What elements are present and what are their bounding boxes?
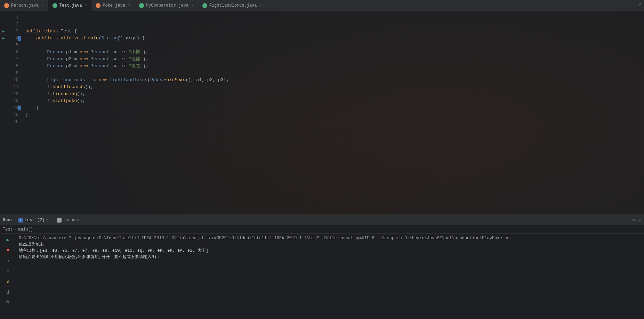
paren-13: (); (77, 98, 85, 104)
paren-close-10: (), p1, p2, p3); (185, 77, 229, 84)
type-person-new-6: Person (90, 49, 107, 56)
tab-close-fightlandlords[interactable]: × (260, 3, 262, 8)
run-arrow-3[interactable]: ▶ (2, 29, 5, 33)
tab-label-test: Test.java (59, 3, 82, 8)
gutter-9 (0, 70, 7, 77)
param-name-8: name: (112, 63, 129, 70)
type-fight-10: Fightlandlords (47, 77, 88, 84)
run-rerun-button[interactable]: ↺ (4, 257, 12, 264)
kw-void-4: void (74, 35, 88, 42)
settings-icon[interactable]: ⚙ (633, 217, 635, 223)
run-panel: Run: T Test (2) × Throw × ⚙ — Test › mai… (0, 215, 644, 319)
line-num-12: 12 (7, 91, 21, 98)
tab-fightlandlords-java[interactable]: Fightlandlords.java × (198, 0, 266, 11)
run-stop-button[interactable]: ■ (4, 246, 12, 254)
output-line-4: 请输入要出的牌(不用输入花色,出多张牌用,分开、要不起或不要请输入N)： (19, 254, 641, 260)
type-string: String (101, 35, 118, 42)
fn-main: main (88, 35, 98, 42)
code-line-16 (25, 118, 644, 125)
tab-icon-poke (96, 3, 100, 8)
tab-mycomparator-java[interactable]: MyComparator.java × (135, 0, 198, 11)
code-line-5 (25, 42, 644, 49)
indent-12 (25, 91, 47, 98)
str-xiaob: "小博" (129, 49, 143, 56)
run-print-button[interactable]: 🖨 (4, 288, 12, 296)
run-tab-throw-close[interactable]: × (77, 218, 79, 222)
tab-close-poke[interactable]: × (128, 3, 130, 8)
var-p1: p1 = (66, 49, 80, 56)
gutter-12 (0, 91, 7, 98)
code-line-15: } (25, 111, 644, 118)
type-person-7: Person (47, 56, 66, 63)
run-arrow-4[interactable]: ▶ (2, 36, 5, 40)
kw-public-4: public (36, 35, 55, 42)
var-f-11: f. (47, 84, 53, 91)
run-panel-header: Run: T Test (2) × Throw × ⚙ — (0, 215, 644, 225)
run-tab-test-icon: T (18, 218, 23, 223)
gutter-16 (0, 118, 7, 125)
type-fight-new-10: Fightlandlords (110, 77, 147, 84)
run-tab-test-close[interactable]: × (46, 218, 48, 222)
code-line-9 (25, 70, 644, 77)
gutter-15 (0, 111, 7, 118)
tab-bar: Person.java × Test.java × Poke.java × My… (0, 0, 644, 11)
run-trash-button[interactable]: 🗑 (4, 298, 12, 306)
code-line-3: public class Test { (25, 28, 644, 35)
str-junjie: "俊杰" (129, 63, 143, 70)
code-content[interactable]: public class Test { public static void m… (23, 11, 644, 215)
run-play-button[interactable]: ▶ (4, 236, 12, 243)
kw-new-7: new (80, 56, 90, 63)
gutter-10 (0, 77, 7, 84)
paren-close-main: ) { (137, 35, 145, 42)
code-line-1 (25, 14, 644, 21)
tab-close-person[interactable]: × (41, 3, 44, 8)
tab-icon-mycomparator (139, 3, 144, 8)
line-num-3: 3 (7, 28, 21, 35)
type-person-new-7: Person (90, 56, 107, 63)
code-line-10: Fightlandlords f = new Fightlandlords(Po… (25, 77, 644, 84)
tab-close-test[interactable]: × (85, 3, 87, 8)
breadcrumb-class: Test (3, 227, 13, 232)
line-num-6: 6 (7, 49, 21, 56)
indent-14 (25, 104, 36, 111)
build-success-check: ✓ (638, 1, 641, 7)
tab-test-java[interactable]: Test.java × (48, 0, 91, 11)
run-tab-test[interactable]: T Test (2) × (16, 215, 51, 225)
var-f-12: f. (47, 91, 53, 98)
paren-12: (); (77, 91, 85, 98)
tab-icon-test (53, 3, 57, 8)
code-line-13: f.startpoke(); (25, 98, 644, 104)
kw-new-10: new (99, 77, 110, 84)
brace-close-15: } (25, 111, 28, 118)
line-num-13: 13 (7, 98, 21, 104)
code-line-12: f.Licensing(); (25, 91, 644, 98)
gutter-4[interactable]: ▶ (0, 35, 7, 42)
fn-licensing: Licensing (53, 91, 77, 98)
run-wrap-button[interactable]: ⇄ (4, 278, 12, 285)
tab-close-mycomparator[interactable]: × (191, 3, 194, 8)
gutter-6 (0, 49, 7, 56)
line-num-2: 2 (7, 21, 21, 28)
brace-close-14: } (36, 104, 39, 111)
gutter-3[interactable]: ▶ (0, 28, 7, 35)
breadcrumb-bar: Test › main() (0, 225, 644, 234)
minimize-icon[interactable]: — (638, 217, 641, 223)
paren-close-6: ); (143, 49, 148, 56)
run-tab-throw[interactable]: Throw × (54, 215, 82, 225)
run-panel-settings: ⚙ — (633, 217, 641, 223)
tab-person-java[interactable]: Person.java × (0, 0, 48, 11)
gutter-5 (0, 42, 7, 49)
code-line-11: f.shufflecards(); (25, 84, 644, 91)
param-args: args (126, 35, 137, 42)
run-scrolllock-button[interactable]: ⇕ (4, 267, 12, 275)
line-num-7: 7 (7, 56, 21, 63)
tab-label-poke: Poke.java (103, 3, 125, 8)
code-line-4: public static void main(String[] args) { (25, 35, 644, 42)
tab-poke-java[interactable]: Poke.java × (91, 0, 135, 11)
gutter-col: ▶ ▶ (0, 11, 7, 215)
dot-10: . (161, 77, 164, 84)
indent-11 (25, 84, 47, 91)
run-tab-throw-label: Throw (63, 218, 75, 223)
tab-label-person: Person.java (11, 3, 39, 8)
str-jiajia: "佳佳" (129, 56, 143, 63)
